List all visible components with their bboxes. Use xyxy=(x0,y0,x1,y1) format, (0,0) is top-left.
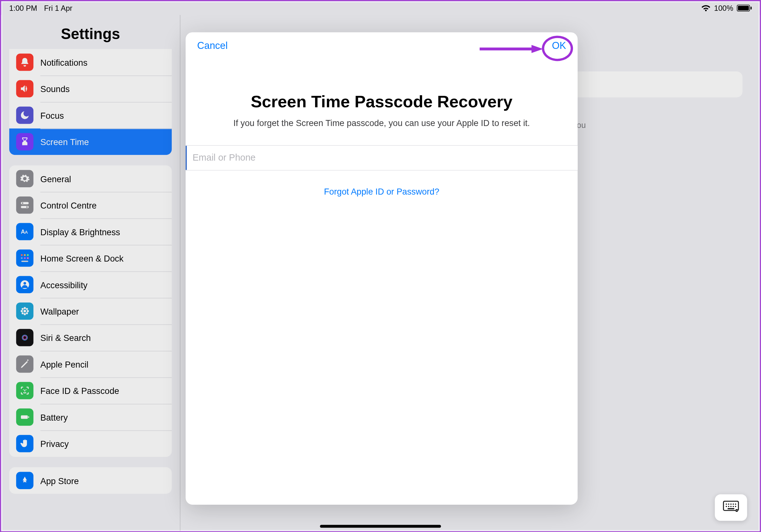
sidebar-item-focus[interactable]: Focus xyxy=(9,102,172,128)
keyboard-toggle[interactable] xyxy=(715,494,747,521)
switches-icon xyxy=(16,196,33,214)
sidebar-item-label: Accessibility xyxy=(40,280,88,290)
svg-point-30 xyxy=(23,389,24,390)
svg-point-38 xyxy=(728,504,729,505)
sidebar-item-label: Focus xyxy=(40,110,64,120)
svg-point-39 xyxy=(730,504,732,505)
svg-rect-1 xyxy=(738,6,749,11)
svg-rect-47 xyxy=(728,508,734,509)
svg-point-18 xyxy=(24,310,26,312)
svg-point-40 xyxy=(733,504,734,505)
sidebar-item-label: Display & Brightness xyxy=(40,227,120,237)
sidebar-item-privacy[interactable]: Privacy xyxy=(9,430,172,457)
svg-text:A: A xyxy=(21,229,25,235)
svg-rect-14 xyxy=(27,257,29,259)
sidebar-item-battery[interactable]: Battery xyxy=(9,404,172,430)
svg-point-43 xyxy=(728,505,729,507)
grid-icon xyxy=(16,249,33,267)
sidebar-item-display-brightness[interactable]: AADisplay & Brightness xyxy=(9,218,172,245)
speaker-icon xyxy=(16,80,33,97)
svg-rect-32 xyxy=(21,415,28,419)
person-icon xyxy=(16,276,33,293)
sidebar-item-label: Privacy xyxy=(40,439,69,449)
sidebar-item-label: Sounds xyxy=(40,84,70,94)
siri-icon xyxy=(16,329,33,346)
svg-point-42 xyxy=(726,505,727,507)
svg-rect-11 xyxy=(27,254,29,256)
sidebar-item-accessibility[interactable]: Accessibility xyxy=(9,271,172,298)
sidebar-item-control-centre[interactable]: Control Centre xyxy=(9,192,172,218)
svg-point-31 xyxy=(26,389,27,390)
svg-point-24 xyxy=(26,308,28,310)
modal-title: Screen Time Passcode Recovery xyxy=(186,92,577,118)
sidebar-item-label: Face ID & Passcode xyxy=(40,386,119,396)
svg-point-19 xyxy=(24,307,26,309)
pencil-icon xyxy=(16,355,33,373)
sidebar-item-label: Home Screen & Dock xyxy=(40,253,124,263)
svg-rect-9 xyxy=(21,254,23,256)
cancel-button[interactable]: Cancel xyxy=(197,40,228,52)
svg-point-46 xyxy=(735,505,736,507)
wifi-icon xyxy=(701,5,711,12)
svg-point-51 xyxy=(737,510,738,511)
apple-id-input[interactable] xyxy=(186,146,577,170)
sidebar-item-label: Battery xyxy=(40,412,68,422)
status-bar: 1:00 PM Fri 1 Apr 100% xyxy=(1,1,760,15)
sidebar-item-label: Siri & Search xyxy=(40,333,91,343)
svg-point-25 xyxy=(22,312,24,314)
home-indicator xyxy=(320,525,441,528)
modal-subtitle: If you forget the Screen Time passcode, … xyxy=(186,118,577,128)
battery-icon xyxy=(16,408,33,426)
gear-icon xyxy=(16,170,33,187)
bell-icon xyxy=(16,54,33,71)
svg-point-44 xyxy=(730,505,732,507)
sidebar-item-label: Apple Pencil xyxy=(40,359,88,369)
status-time: 1:00 PM xyxy=(9,4,37,12)
sidebar-item-app-store[interactable]: App Store xyxy=(9,467,172,494)
svg-rect-12 xyxy=(21,257,23,259)
svg-point-6 xyxy=(27,206,28,208)
svg-point-45 xyxy=(733,505,734,507)
sidebar-item-face-id-passcode[interactable]: Face ID & Passcode xyxy=(9,377,172,404)
svg-point-21 xyxy=(21,310,23,312)
hand-icon xyxy=(16,435,33,452)
sidebar-item-general[interactable]: General xyxy=(9,165,172,192)
sidebar-item-label: App Store xyxy=(40,475,79,485)
svg-rect-10 xyxy=(24,254,26,256)
svg-point-27 xyxy=(20,333,29,342)
sidebar-item-siri-search[interactable]: Siri & Search xyxy=(9,324,172,351)
sidebar-item-label: Control Centre xyxy=(40,200,96,210)
svg-point-50 xyxy=(736,510,737,511)
svg-point-26 xyxy=(26,312,28,314)
svg-point-20 xyxy=(24,313,26,315)
sidebar-item-apple-pencil[interactable]: Apple Pencil xyxy=(9,351,172,377)
page-title: Settings xyxy=(1,15,180,49)
ok-button[interactable]: OK xyxy=(552,40,566,52)
battery-icon xyxy=(737,5,752,12)
sidebar-item-label: General xyxy=(40,174,71,184)
svg-point-5 xyxy=(22,202,23,204)
svg-point-22 xyxy=(27,310,29,312)
sidebar-item-home-screen-dock[interactable]: Home Screen & Dock xyxy=(9,245,172,271)
sidebar-item-sounds[interactable]: Sounds xyxy=(9,76,172,102)
sidebar-item-notifications[interactable]: Notifications xyxy=(9,49,172,75)
battery-pct: 100% xyxy=(714,4,733,12)
moon-icon xyxy=(16,107,33,124)
svg-point-37 xyxy=(726,504,727,505)
appstore-icon xyxy=(16,472,33,489)
svg-point-41 xyxy=(735,504,736,505)
svg-rect-2 xyxy=(750,7,752,10)
svg-rect-13 xyxy=(24,257,26,259)
faceid-icon xyxy=(16,382,33,399)
sidebar-item-label: Screen Time xyxy=(40,137,89,147)
passcode-recovery-modal: Cancel OK Screen Time Passcode Recovery … xyxy=(186,32,577,505)
flower-icon xyxy=(16,302,33,320)
forgot-link[interactable]: Forgot Apple ID or Password? xyxy=(186,186,577,196)
hourglass-icon xyxy=(16,133,33,150)
svg-point-23 xyxy=(22,308,24,310)
sidebar-item-label: Wallpaper xyxy=(40,306,79,316)
sidebar-item-label: Notifications xyxy=(40,57,88,67)
sidebar-item-screen-time[interactable]: Screen Time xyxy=(9,129,172,155)
sidebar-item-wallpaper[interactable]: Wallpaper xyxy=(9,298,172,324)
status-date: Fri 1 Apr xyxy=(44,4,72,12)
